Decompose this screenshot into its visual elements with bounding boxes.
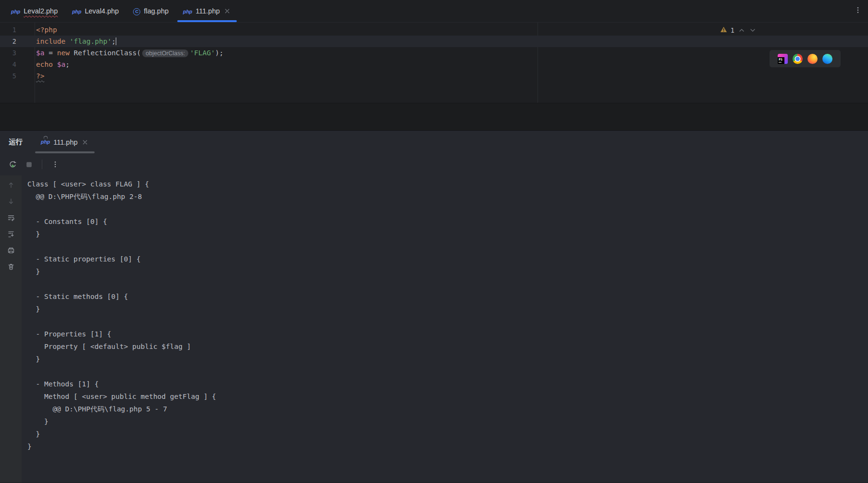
php-class-icon: C xyxy=(133,7,140,15)
code-text: $a = new ReflectionClass(objectOrClass:'… xyxy=(16,47,223,59)
token-plain xyxy=(70,49,74,57)
token-string: 'FLAG' xyxy=(190,49,215,57)
token-plain: ; xyxy=(65,61,70,68)
token-plain: ; xyxy=(111,37,116,45)
close-icon[interactable] xyxy=(223,7,231,15)
close-icon[interactable] xyxy=(81,138,89,146)
tab-label: 111.php xyxy=(196,7,220,15)
php-file-icon: php xyxy=(183,7,192,15)
code-text: <?php xyxy=(16,24,57,36)
firefox-icon[interactable] xyxy=(807,54,818,64)
line-number[interactable]: 2 xyxy=(0,36,16,47)
token-plain xyxy=(65,37,70,45)
line-number[interactable]: 5 xyxy=(0,70,16,82)
prev-problem-icon[interactable] xyxy=(738,26,746,34)
token-keyword-warn: ?> xyxy=(36,72,44,80)
phpstorm-window: phpLeval2.phpphpLeval4.phpCflag.phpphp11… xyxy=(0,0,868,483)
editor-tab-leval2-php[interactable]: phpLeval2.php xyxy=(4,0,65,22)
console-left-toolbar xyxy=(0,175,22,483)
phpstorm-icon[interactable]: PS xyxy=(778,54,788,64)
open-in-browser-toolbar: PS xyxy=(770,50,841,67)
tab-list-menu-icon[interactable] xyxy=(848,0,868,22)
editor-tab-leval4-php[interactable]: phpLeval4.php xyxy=(65,0,126,22)
code-line-3[interactable]: 3$a = new ReflectionClass(objectOrClass:… xyxy=(0,47,868,59)
text-caret xyxy=(116,37,117,45)
arrow-up-icon[interactable] xyxy=(6,180,16,190)
console-output[interactable]: Class [ <user> class FLAG ] { @@ D:\PHP代… xyxy=(22,175,868,483)
parameter-hint: objectOrClass: xyxy=(142,50,188,57)
run-tab-111php[interactable]: php 111.php xyxy=(35,131,95,153)
run-tab-label: 111.php xyxy=(53,138,77,146)
run-content: Class [ <user> class FLAG ] { @@ D:\PHP代… xyxy=(0,175,868,483)
php-file-icon: php xyxy=(11,7,20,15)
toolbar-divider xyxy=(42,160,42,169)
run-tool-window: 运行 php 111.php Class [ <user> class FLAG… xyxy=(0,131,868,483)
token-keyword: new xyxy=(57,49,70,57)
editor-tab-flag-php[interactable]: Cflag.php xyxy=(126,0,176,22)
active-tab-indicator xyxy=(177,20,237,22)
warning-icon xyxy=(720,26,727,35)
run-toolbar xyxy=(0,153,868,175)
edge-icon[interactable] xyxy=(822,54,832,64)
code-line-2[interactable]: 2include 'flag.php'; xyxy=(0,36,868,47)
token-keyword: <?php xyxy=(36,26,57,34)
warning-count: 1 xyxy=(731,26,734,34)
token-plain: ); xyxy=(215,49,223,57)
code-text: ?> xyxy=(16,70,44,82)
code-text: echo $a; xyxy=(16,59,70,70)
token-plain: ReflectionClass( xyxy=(74,49,141,57)
active-run-tab-indicator xyxy=(35,151,95,153)
editor-tabs: phpLeval2.phpphpLeval4.phpCflag.phpphp11… xyxy=(0,0,238,22)
run-tool-window-title: 运行 xyxy=(9,137,23,147)
soft-wrap-icon[interactable] xyxy=(6,212,16,223)
php-file-icon: php xyxy=(72,7,81,15)
line-number[interactable]: 4 xyxy=(0,59,16,70)
token-plain: = xyxy=(44,49,57,57)
inspections-widget[interactable]: 1 xyxy=(720,26,757,35)
line-number[interactable]: 1 xyxy=(0,24,16,36)
token-keyword: include xyxy=(36,37,65,45)
token-variable: $a xyxy=(57,61,65,68)
tab-label: Leval2.php xyxy=(24,7,58,15)
clear-icon[interactable] xyxy=(6,261,16,272)
editor-tab-bar: phpLeval2.phpphpLeval4.phpCflag.phpphp11… xyxy=(0,0,868,23)
php-run-file-icon: php xyxy=(41,139,50,145)
code-text: include 'flag.php'; xyxy=(16,36,116,47)
code-editor[interactable]: 1<?php2include 'flag.php';3$a = new Refl… xyxy=(0,23,868,103)
token-variable: $a xyxy=(36,49,44,57)
code-line-4[interactable]: 4echo $a; xyxy=(0,59,868,70)
token-plain xyxy=(53,61,57,68)
code-line-5[interactable]: 5?> xyxy=(0,70,868,82)
token-keyword: echo xyxy=(36,61,53,68)
tab-label: Leval4.php xyxy=(85,7,119,15)
print-icon[interactable] xyxy=(6,245,16,256)
line-number[interactable]: 3 xyxy=(0,47,16,59)
chrome-icon[interactable] xyxy=(793,54,803,64)
stop-button[interactable] xyxy=(22,158,36,171)
scroll-to-end-icon[interactable] xyxy=(6,229,16,239)
more-vertical-button[interactable] xyxy=(49,158,62,171)
token-string: 'flag.php' xyxy=(70,37,111,45)
tab-label: flag.php xyxy=(144,7,169,15)
editor-bottom-gap xyxy=(0,103,868,131)
next-problem-icon[interactable] xyxy=(749,26,757,34)
rerun-button[interactable] xyxy=(6,158,19,171)
arrow-down-icon[interactable] xyxy=(6,196,16,207)
run-tool-window-header: 运行 php 111.php xyxy=(0,131,868,153)
editor-tab-111-php[interactable]: php111.php xyxy=(176,0,238,22)
